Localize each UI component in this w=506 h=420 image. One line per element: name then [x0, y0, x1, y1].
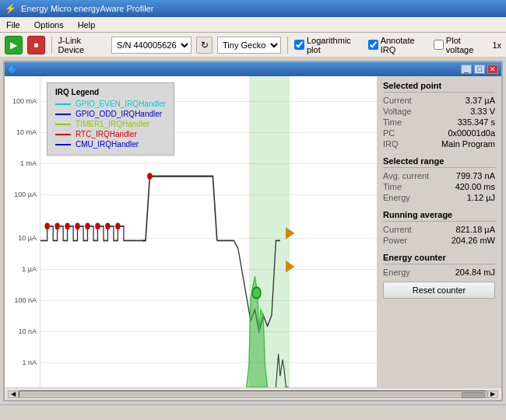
- menu-help[interactable]: Help: [75, 20, 99, 30]
- mcu-select[interactable]: Tiny Gecko: [217, 37, 281, 54]
- menu-options[interactable]: Options: [31, 20, 67, 30]
- close-button[interactable]: ✕: [487, 65, 498, 74]
- irq-label-0: GPIO_EVEN_IRQHandler: [76, 100, 166, 108]
- selected-point-section: Selected point Current 3.37 µA Voltage 3…: [383, 81, 495, 149]
- maximize-button[interactable]: □: [474, 65, 485, 74]
- energy-counter-value: 204.84 mJ: [455, 268, 495, 277]
- app-title: Energy Micro energyAware Profiler: [21, 4, 153, 13]
- scroll-left-button[interactable]: ◀: [8, 390, 19, 398]
- inner-title-icon: 🔷: [8, 65, 17, 74]
- range-time-label: Time: [383, 182, 402, 191]
- irq-row: IRQ Main Program: [383, 139, 495, 149]
- y-label-1ma: 1 mA: [20, 159, 37, 167]
- toolbar: ▶ ■ J-Link Device S/N 440005626 ↻ Tiny G…: [0, 33, 506, 58]
- run-current-label: Current: [383, 225, 412, 234]
- energy-counter-title: Energy counter: [383, 253, 495, 264]
- irq-legend-title: IRQ Legend: [55, 88, 166, 96]
- avg-current-row: Avg. current 799.73 nA: [383, 171, 495, 180]
- selected-range-title: Selected range: [383, 156, 495, 168]
- irq-line-1: [55, 114, 71, 115]
- irq-dot-top: [147, 173, 152, 180]
- energy-counter-row: Energy 204.84 mJ: [383, 268, 495, 277]
- irq-line-3: [55, 134, 71, 135]
- time-row: Time 335.347 s: [383, 117, 495, 127]
- chart-container: 100 mA 10 mA 1 mA 100 µA 10 µA 1 µA 100 …: [5, 76, 501, 387]
- scrollbar-area: ◀ ▶: [5, 387, 501, 400]
- voltage-label: Voltage: [383, 107, 412, 116]
- y-label-10na: 10 nA: [18, 327, 37, 335]
- pc-value: 0x00001d0a: [448, 128, 495, 138]
- irq-dot: [85, 223, 90, 230]
- scroll-right-button[interactable]: ▶: [487, 390, 498, 398]
- title-bar: ⚡ Energy Micro energyAware Profiler: [0, 0, 506, 17]
- time-value: 335.347 s: [458, 117, 495, 127]
- arrow-right-bottom: ▶: [286, 257, 295, 275]
- time-label: Time: [383, 117, 402, 127]
- y-label-1na: 1 nA: [22, 359, 37, 366]
- irq-dot: [95, 223, 100, 230]
- y-label-1ua: 1 µA: [22, 265, 37, 273]
- irq-label-2: TIMER1_IRQHandler: [76, 120, 149, 128]
- arrow-right-top: ▶: [286, 223, 295, 241]
- range-energy-label: Energy: [383, 193, 410, 202]
- current-value: 3.37 µA: [466, 96, 495, 105]
- y-label-10ma: 10 mA: [16, 128, 37, 136]
- irq-dot: [65, 223, 69, 230]
- play-button[interactable]: ▶: [5, 36, 23, 54]
- pc-row: PC 0x00001d0a: [383, 128, 495, 138]
- separator2: [287, 37, 288, 54]
- run-power-value: 204.26 mW: [452, 236, 495, 245]
- irq-item-2: TIMER1_IRQHandler: [55, 120, 166, 128]
- annotate-irq-check[interactable]: Annotate IRQ: [368, 36, 429, 54]
- minimize-button[interactable]: _: [461, 65, 472, 74]
- irq-line-2: [55, 124, 71, 125]
- y-label-100ua: 100 µA: [14, 191, 37, 198]
- menu-file[interactable]: File: [3, 20, 23, 30]
- irq-dot: [44, 223, 49, 230]
- range-time-value: 420.00 ms: [455, 182, 495, 191]
- selected-point-title: Selected point: [383, 81, 495, 93]
- energy-counter-label: Energy: [383, 268, 410, 277]
- right-panel: Selected point Current 3.37 µA Voltage 3…: [377, 76, 501, 387]
- range-time-row: Time 420.00 ms: [383, 182, 495, 191]
- irq-line-4: [55, 144, 71, 145]
- pc-label: PC: [383, 128, 395, 138]
- energy-counter-section: Energy counter Energy 204.84 mJ Reset co…: [383, 253, 495, 299]
- current-row: Current 3.37 µA: [383, 96, 495, 105]
- voltage-value: 3.33 V: [470, 107, 495, 116]
- log-plot-checkbox[interactable]: [294, 40, 304, 50]
- voltage-checkbox[interactable]: [434, 40, 444, 50]
- irq-label-4: CMU_IRQHandler: [76, 140, 139, 149]
- selected-point-dot: [252, 287, 261, 298]
- selected-range-section: Selected range Avg. current 799.73 nA Ti…: [383, 156, 495, 202]
- waveform-rise: [142, 177, 217, 241]
- inner-title-bar: 🔷 _ □ ✕: [5, 62, 501, 76]
- irq-item-1: GPIO_ODD_IRQHandler: [55, 110, 166, 118]
- scrollbar-track[interactable]: [19, 390, 487, 398]
- run-current-row: Current 821.18 µA: [383, 225, 495, 234]
- y-label-100na: 100 nA: [14, 296, 37, 304]
- annotate-irq-checkbox[interactable]: [368, 40, 378, 50]
- current-label: Current: [383, 96, 412, 105]
- run-power-row: Power 204.26 mW: [383, 236, 495, 245]
- stop-button[interactable]: ■: [27, 36, 45, 54]
- running-avg-section: Running average Current 821.18 µA Power …: [383, 210, 495, 245]
- irq-label: IRQ: [383, 139, 399, 149]
- inner-title-controls: _ □ ✕: [461, 65, 498, 74]
- voltage-check[interactable]: Plot voltage: [434, 36, 488, 54]
- irq-item-3: RTC_IRQHandler: [55, 130, 166, 138]
- irq-line-0: [55, 103, 71, 105]
- zoom-label: 1x: [492, 40, 501, 50]
- scrollbar-thumb[interactable]: [462, 392, 485, 398]
- chart-plot[interactable]: IRQ Legend GPIO_EVEN_IRQHandler GPIO_ODD…: [40, 76, 377, 387]
- device-select[interactable]: S/N 440005626: [111, 37, 192, 54]
- irq-legend: IRQ Legend GPIO_EVEN_IRQHandler GPIO_ODD…: [47, 82, 174, 156]
- reset-counter-button[interactable]: Reset counter: [383, 282, 495, 299]
- run-power-label: Power: [383, 236, 407, 245]
- waveform-drops: [217, 240, 280, 331]
- refresh-button[interactable]: ↻: [196, 37, 213, 54]
- irq-label-3: RTC_IRQHandler: [76, 130, 137, 138]
- log-plot-check[interactable]: Logarithmic plot: [294, 36, 364, 54]
- separator: [51, 37, 52, 54]
- menu-bar: File Options Help: [0, 17, 506, 33]
